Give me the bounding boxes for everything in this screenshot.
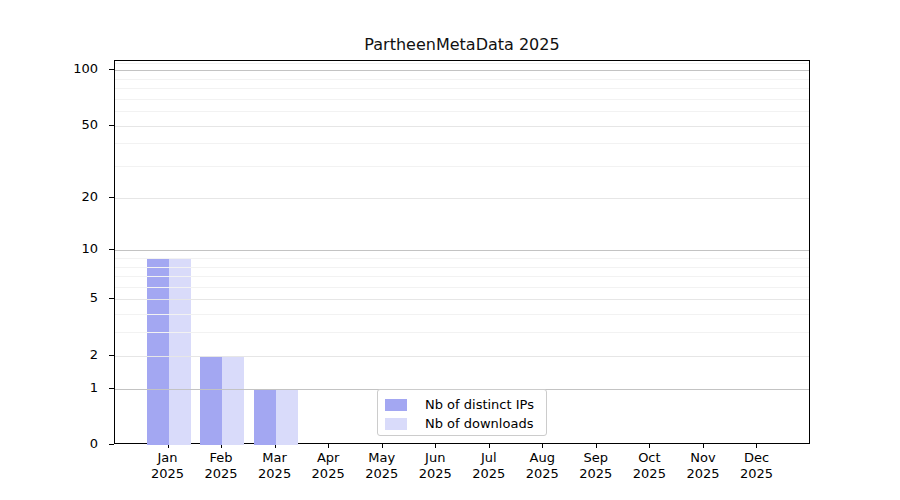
gridline-major	[115, 198, 809, 199]
y-tick-label: 20	[48, 189, 98, 205]
gridline-minor	[115, 63, 809, 64]
y-tick-mark	[109, 298, 114, 299]
gridline-minor	[115, 88, 809, 89]
gridline-major	[115, 126, 809, 127]
y-tick-label: 5	[48, 290, 98, 306]
legend-row: Nb of downloads	[385, 415, 546, 432]
gridline-minor	[115, 332, 809, 333]
legend-label-distinct-ips: Nb of distinct IPs	[425, 397, 534, 412]
y-tick-mark	[109, 388, 114, 389]
gridline-major	[115, 70, 809, 71]
x-tick-mark	[382, 444, 383, 448]
x-tick-mark	[596, 444, 597, 448]
x-tick-mark	[542, 444, 543, 448]
gridline-minor	[115, 267, 809, 268]
x-tick-year: 2025	[724, 466, 788, 482]
legend: Nb of distinct IPs Nb of downloads	[377, 389, 547, 436]
bar-distinct-ips-mar	[254, 389, 276, 445]
y-tick-label: 0	[48, 436, 98, 452]
bar-distinct-ips-feb	[200, 356, 222, 445]
gridline-minor	[115, 287, 809, 288]
legend-swatch-downloads	[385, 418, 407, 430]
x-tick-mark	[649, 444, 650, 448]
legend-row: Nb of distinct IPs	[385, 396, 546, 413]
x-tick-mark	[703, 444, 704, 448]
gridline-minor	[115, 314, 809, 315]
y-tick-mark	[109, 197, 114, 198]
y-tick-label: 1	[48, 380, 98, 396]
gridline-major	[115, 356, 809, 357]
x-tick-mark	[435, 444, 436, 448]
y-tick-label: 2	[48, 347, 98, 363]
x-tick-label-dec: Dec2025	[724, 450, 788, 482]
gridline-minor	[115, 143, 809, 144]
bar-downloads-mar	[276, 389, 298, 445]
bar-downloads-feb	[222, 356, 244, 445]
chart-title: PartheenMetaData 2025	[114, 35, 810, 54]
x-tick-mark	[489, 444, 490, 448]
x-tick-month: Dec	[724, 450, 788, 466]
y-tick-label: 100	[48, 61, 98, 77]
legend-label-downloads: Nb of downloads	[425, 416, 533, 431]
gridline-minor	[115, 258, 809, 259]
x-tick-mark	[756, 444, 757, 448]
y-tick-mark	[109, 125, 114, 126]
x-tick-mark	[328, 444, 329, 448]
legend-swatch-distinct-ips	[385, 399, 407, 411]
gridline-minor	[115, 99, 809, 100]
figure: PartheenMetaData 2025 Nb of distinct IPs…	[0, 0, 900, 500]
y-tick-mark	[109, 69, 114, 70]
gridline-major	[115, 299, 809, 300]
gridline-minor	[115, 166, 809, 167]
y-tick-mark	[109, 444, 114, 445]
gridline-minor	[115, 79, 809, 80]
gridline-major	[115, 250, 809, 251]
plot-area	[114, 60, 810, 444]
y-tick-mark	[109, 355, 114, 356]
gridline-minor	[115, 111, 809, 112]
y-tick-label: 10	[48, 241, 98, 257]
y-tick-label: 50	[48, 117, 98, 133]
gridline-minor	[115, 276, 809, 277]
y-tick-mark	[109, 249, 114, 250]
